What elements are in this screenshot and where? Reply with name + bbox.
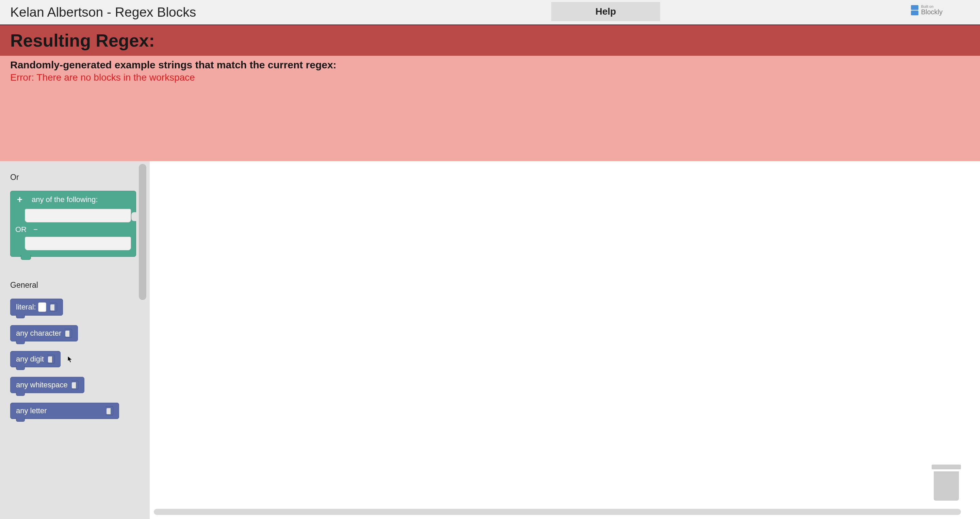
result-heading: Resulting Regex: <box>10 30 155 51</box>
or-block-header-text: any of the following: <box>32 195 98 204</box>
any-digit-label: any digit <box>16 355 44 363</box>
or-block[interactable]: + any of the following: OR − <box>10 191 136 257</box>
toolbox-scrollbar[interactable] <box>139 164 146 300</box>
error-message: Error: There are no blocks in the worksp… <box>10 72 970 83</box>
or-text: OR <box>15 225 27 234</box>
toolbox: Or + any of the following: OR − General … <box>0 161 150 519</box>
block-connector-bottom <box>16 417 25 422</box>
canvas-scrollbar[interactable] <box>154 509 961 515</box>
any-letter-block[interactable]: any letter <box>10 403 119 419</box>
any-letter-label: any letter <box>16 406 47 415</box>
page-title: Kelan Albertson - Regex Blocks <box>10 5 196 20</box>
result-header: Resulting Regex: <box>0 25 980 56</box>
block-connector-right <box>50 303 57 311</box>
block-connector-right <box>106 406 113 415</box>
trash-icon[interactable] <box>932 465 961 502</box>
canvas[interactable] <box>150 161 980 519</box>
block-connector-right <box>71 381 79 389</box>
literal-block[interactable]: literal: <box>10 298 63 316</box>
block-connector-bottom <box>16 366 25 370</box>
blockly-logo-icon <box>911 5 918 15</box>
literal-input[interactable] <box>38 302 46 312</box>
workspace: Or + any of the following: OR − General … <box>0 161 980 519</box>
block-connector-bottom <box>16 340 25 344</box>
or-block-bottom-connector <box>21 255 31 260</box>
any-character-block[interactable]: any character <box>10 325 78 341</box>
minus-icon[interactable]: − <box>33 225 38 234</box>
any-digit-block[interactable]: any digit <box>10 351 60 367</box>
block-connector-bottom <box>16 392 25 396</box>
header-bar: Kelan Albertson - Regex Blocks Help Buil… <box>0 0 980 25</box>
literal-label: literal: <box>16 303 36 311</box>
block-connector-right <box>65 329 72 338</box>
examples-label: Randomly-generated example strings that … <box>10 59 970 71</box>
block-connector-bottom <box>16 314 25 318</box>
category-or-label: Or <box>10 173 140 182</box>
blockly-logo-text: Built on Blockly <box>921 5 943 15</box>
or-block-slot-1[interactable] <box>25 209 131 222</box>
blockly-name: Blockly <box>921 8 943 15</box>
or-block-slot-2[interactable] <box>25 237 131 250</box>
any-whitespace-block[interactable]: any whitespace <box>10 377 84 393</box>
help-button[interactable]: Help <box>551 2 660 21</box>
any-whitespace-label: any whitespace <box>16 381 68 389</box>
blockly-logo[interactable]: Built on Blockly <box>911 5 943 15</box>
or-block-connector <box>131 212 137 221</box>
category-general-label: General <box>10 281 140 290</box>
any-character-label: any character <box>16 329 61 338</box>
plus-icon[interactable]: + <box>15 195 24 204</box>
examples-panel: Randomly-generated example strings that … <box>0 56 980 161</box>
block-connector-right <box>47 355 55 363</box>
